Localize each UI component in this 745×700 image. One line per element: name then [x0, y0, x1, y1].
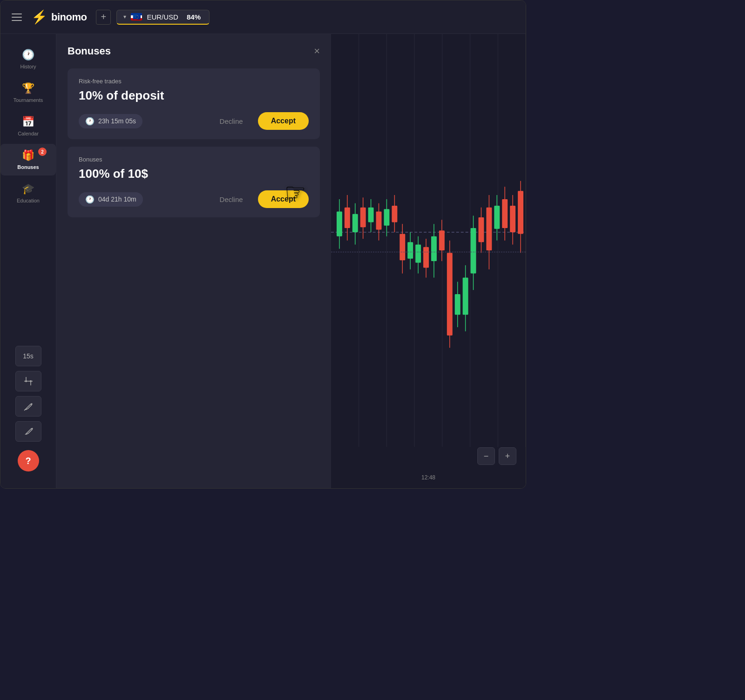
asset-name: EUR/USD: [147, 13, 178, 21]
hamburger-line: [12, 13, 22, 14]
bonus-actions: Decline Accept: [214, 190, 309, 208]
flag-icon: 🇪🇺: [131, 13, 142, 20]
sidebar-item-label: Calendar: [18, 131, 39, 136]
bonus-card-label: Risk-free trades: [79, 78, 309, 85]
chevron-down-icon: ▾: [123, 13, 126, 20]
svg-rect-49: [463, 277, 468, 315]
zoom-plus-button[interactable]: +: [499, 447, 516, 465]
decline-button[interactable]: Decline: [214, 192, 249, 207]
center-panel: Bonuses × Risk-free trades 10% of deposi…: [56, 34, 331, 488]
sidebar-item-bonuses[interactable]: 2 🎁 Bonuses: [0, 144, 56, 175]
svg-rect-43: [439, 230, 445, 250]
logo: ⚡ binomo: [31, 11, 87, 24]
education-icon: 🎓: [22, 183, 34, 195]
hamburger-button[interactable]: [8, 10, 26, 25]
sidebar-item-label: Tournaments: [14, 97, 43, 103]
bonus-card-footer: 🕐 23h 15m 05s Decline Accept: [79, 112, 309, 130]
svg-rect-41: [431, 236, 437, 261]
svg-line-7: [24, 410, 25, 411]
svg-rect-29: [384, 209, 389, 225]
header: ⚡ binomo + ▾ 🇪🇺 EUR/USD 84%: [0, 0, 526, 34]
sidebar-item-calendar[interactable]: 📅 Calendar: [0, 110, 56, 142]
chart-area: 12:48 − +: [331, 34, 526, 488]
bonus-card-risk-free: Risk-free trades 10% of deposit 🕐 23h 15…: [68, 68, 320, 139]
asset-selector[interactable]: ▾ 🇪🇺 EUR/USD 84%: [116, 10, 210, 25]
help-button[interactable]: ?: [18, 450, 39, 471]
svg-rect-21: [352, 214, 358, 232]
pen-icon: [24, 427, 33, 436]
sidebar-item-label: Education: [17, 198, 40, 203]
draw-icon: [24, 402, 33, 411]
main-layout: 🕐 History 🏆 Tournaments 📅 Calendar 2 🎁 B…: [0, 34, 526, 488]
bonus-timer: 🕐 04d 21h 10m: [79, 192, 143, 207]
timer-value: 23h 15m 05s: [98, 117, 136, 125]
svg-rect-27: [376, 212, 382, 230]
sidebar-item-label: History: [20, 64, 36, 69]
svg-rect-31: [392, 206, 397, 222]
bonus-card-deposit: Bonuses 100% of 10$ 🕐 04d 21h 10m Declin…: [68, 147, 320, 217]
indicators-icon: [24, 377, 33, 386]
hamburger-line: [12, 17, 22, 18]
bonus-card-value: 10% of deposit: [79, 88, 309, 103]
svg-rect-37: [415, 245, 421, 263]
svg-rect-45: [447, 253, 453, 335]
svg-rect-59: [502, 199, 508, 228]
svg-rect-35: [407, 242, 413, 258]
zoom-minus-button[interactable]: −: [477, 447, 495, 465]
candlestick-chart: [331, 34, 526, 488]
sidebar-item-education[interactable]: 🎓 Education: [0, 177, 56, 209]
svg-rect-51: [471, 228, 476, 274]
pen-tool-button[interactable]: [15, 421, 41, 442]
sidebar-item-tournaments[interactable]: 🏆 Tournaments: [0, 77, 56, 108]
tournaments-icon: 🏆: [22, 82, 34, 94]
price-line: [331, 252, 526, 252]
bonus-timer: 🕐 23h 15m 05s: [79, 114, 142, 128]
bonuses-modal-header: Bonuses ×: [68, 45, 320, 57]
sidebar-item-label: Bonuses: [17, 164, 39, 170]
history-icon: 🕐: [22, 49, 34, 61]
clock-icon: 🕐: [85, 195, 95, 204]
svg-rect-53: [478, 217, 484, 242]
bonus-card-label: Bonuses: [79, 156, 309, 163]
decline-button[interactable]: Decline: [214, 114, 249, 129]
chart-controls: − +: [477, 447, 516, 465]
sidebar-bottom: 15s: [0, 338, 56, 479]
close-button[interactable]: ×: [314, 46, 320, 56]
bonuses-badge: 2: [38, 148, 47, 156]
svg-rect-57: [494, 206, 500, 229]
accept-button[interactable]: Accept: [258, 190, 309, 208]
svg-rect-25: [368, 208, 374, 222]
bonuses-icon: 🎁: [22, 149, 34, 162]
svg-point-0: [25, 380, 27, 382]
svg-rect-19: [345, 208, 350, 228]
logo-icon: ⚡: [31, 11, 47, 24]
sidebar: 🕐 History 🏆 Tournaments 📅 Calendar 2 🎁 B…: [0, 34, 56, 488]
add-tab-button[interactable]: +: [96, 10, 111, 25]
svg-rect-55: [486, 208, 492, 250]
bonus-card-value: 100% of 10$: [79, 167, 309, 181]
svg-rect-39: [423, 247, 429, 268]
svg-rect-23: [360, 208, 366, 228]
clock-icon: 🕐: [85, 117, 95, 126]
svg-rect-33: [400, 234, 405, 260]
svg-point-1: [30, 380, 32, 382]
svg-rect-17: [337, 212, 342, 236]
bonus-actions: Decline Accept: [214, 112, 309, 130]
svg-rect-47: [455, 294, 461, 315]
calendar-icon: 📅: [22, 116, 34, 128]
draw-tool-button[interactable]: [15, 396, 41, 417]
bonus-card-footer: 🕐 04d 21h 10m Decline Accept: [79, 190, 309, 208]
chart-timestamp: 12:48: [421, 474, 435, 481]
hamburger-line: [12, 20, 22, 21]
svg-rect-63: [518, 191, 523, 234]
bonuses-title: Bonuses: [68, 45, 111, 57]
logo-text: binomo: [51, 11, 87, 23]
bonuses-modal: Bonuses × Risk-free trades 10% of deposi…: [56, 34, 331, 488]
sidebar-item-history[interactable]: 🕐 History: [0, 43, 56, 75]
svg-rect-61: [510, 206, 515, 232]
asset-percent: 84%: [187, 13, 201, 21]
time-tool-button[interactable]: 15s: [15, 346, 41, 366]
accept-button[interactable]: Accept: [258, 112, 309, 130]
timer-value: 04d 21h 10m: [98, 195, 136, 203]
indicators-tool-button[interactable]: [15, 371, 41, 391]
